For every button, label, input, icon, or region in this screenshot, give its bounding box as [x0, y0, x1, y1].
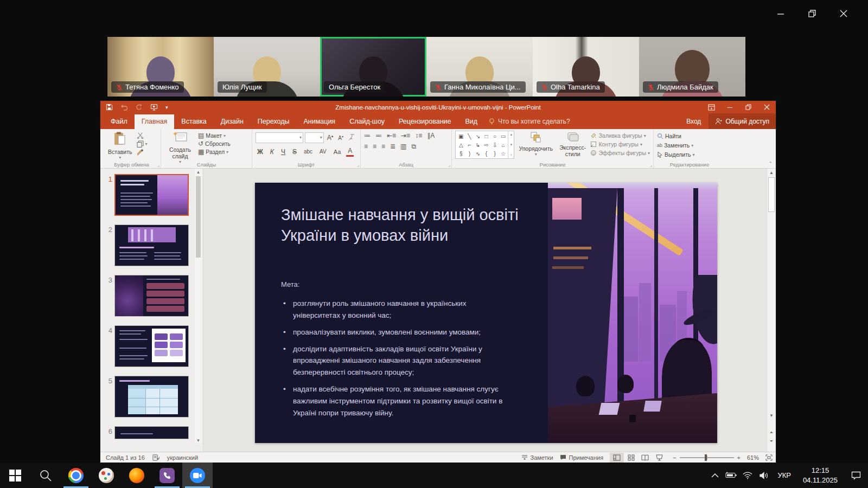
reading-view-button[interactable] — [638, 453, 652, 463]
font-name-select[interactable]: ▾ — [256, 132, 303, 143]
font-size-select[interactable]: ▾ — [305, 132, 324, 143]
thumbnail-slide-4[interactable]: 4 — [103, 325, 192, 367]
italic-button[interactable]: К — [269, 147, 276, 156]
speaker-icon[interactable] — [756, 472, 772, 479]
slide-sorter-view-button[interactable] — [624, 453, 638, 463]
thumbnail-slide-1[interactable]: 1 — [103, 174, 192, 216]
shapes-gallery[interactable]: ▣╲↘□○▭ △⌐↳⇨⇩⌂ §)∿{}☆ ▴▾▿ — [455, 131, 514, 159]
zoom-slider[interactable]: − + — [673, 454, 741, 461]
change-case-button[interactable]: Аа — [332, 148, 343, 156]
shape-fill-button[interactable]: Заливка фигуры▾ — [590, 132, 650, 139]
increase-indent-button[interactable]: ⇥≡ — [401, 132, 410, 139]
participant-tile-active-speaker[interactable]: Ольга Бересток — [320, 37, 426, 97]
start-button[interactable] — [0, 463, 30, 488]
shapes-scrollbar[interactable]: ▴▾▿ — [508, 131, 514, 158]
tab-design[interactable]: Дизайн — [214, 114, 251, 129]
slide-title[interactable]: Змішане навчання у вищій освіті України … — [281, 204, 536, 246]
justify-button[interactable]: ≣ — [390, 143, 395, 150]
tab-review[interactable]: Рецензирование — [392, 114, 458, 129]
smartart-button[interactable]: ⧉ — [411, 143, 416, 150]
cut-button[interactable] — [137, 132, 148, 139]
layout-button[interactable]: ▤Макет▾ — [198, 132, 231, 139]
scroll-down-icon[interactable]: ▼ — [767, 413, 776, 418]
qat-customize-icon[interactable]: ▾ — [165, 105, 168, 110]
taskbar-viber-button[interactable] — [152, 463, 182, 488]
proofing-language[interactable]: украинский — [167, 454, 198, 461]
dialog-launcher-icon[interactable]: ⌟ — [448, 163, 450, 168]
fit-slide-icon[interactable] — [765, 454, 773, 461]
ppt-minimize-icon[interactable] — [720, 101, 739, 113]
numbering-button[interactable]: ≕ — [375, 132, 382, 139]
tab-insert[interactable]: Вставка — [174, 114, 213, 129]
thumbnail-slide-5[interactable]: 5 — [103, 376, 192, 418]
underline-button[interactable]: Ч — [279, 147, 287, 156]
align-left-button[interactable]: ≡ — [364, 143, 368, 150]
zoom-out-icon[interactable]: − — [673, 454, 676, 461]
tab-view[interactable]: Вид — [458, 114, 484, 129]
language-indicator[interactable]: УКР — [772, 471, 796, 479]
taskbar-paint-button[interactable] — [91, 463, 122, 488]
dialog-launcher-icon[interactable]: ⌟ — [157, 163, 159, 168]
start-slideshow-icon[interactable] — [150, 104, 158, 111]
undo-icon[interactable] — [120, 104, 128, 111]
align-center-button[interactable]: ≡ — [373, 143, 376, 150]
redo-icon[interactable] — [136, 104, 143, 111]
tab-animations[interactable]: Анимация — [296, 114, 342, 129]
participant-tile[interactable]: Людмила Байдак — [639, 37, 745, 97]
copy-button[interactable]: ▾ — [137, 140, 148, 147]
format-painter-button[interactable] — [137, 149, 148, 156]
columns-button[interactable]: ▥ — [400, 143, 406, 150]
strikethrough-button[interactable]: S — [291, 147, 298, 156]
thumbnail-slide-3[interactable]: 3 — [103, 275, 192, 317]
dialog-launcher-icon[interactable]: ⌟ — [357, 163, 359, 168]
font-color-button[interactable]: А — [346, 146, 354, 157]
thumbnail-slide-2[interactable]: 2 — [103, 224, 192, 266]
align-right-button[interactable]: ≡ — [381, 143, 385, 150]
zoom-slider-knob[interactable] — [705, 454, 707, 461]
shape-outline-button[interactable]: Контур фигуры▾ — [590, 141, 650, 147]
save-icon[interactable] — [106, 104, 113, 111]
thumbnail-preview[interactable] — [114, 376, 189, 418]
arrange-button[interactable]: Упорядочить ▾ — [516, 131, 554, 160]
replace-button[interactable]: abЗаменить▾ — [657, 142, 722, 149]
sign-in-button[interactable]: Вход — [679, 118, 709, 125]
text-direction-button[interactable]: ∥A — [427, 132, 435, 139]
comments-button[interactable]: Примечания — [560, 454, 604, 461]
paste-button[interactable]: Вставить ▾ — [106, 131, 135, 161]
participant-tile[interactable]: Olha Tamarkina — [533, 37, 639, 97]
scroll-up-icon[interactable]: ▲ — [195, 170, 202, 175]
bullets-button[interactable]: ≔ — [364, 132, 371, 139]
clear-formatting-icon[interactable] — [347, 133, 357, 143]
close-icon[interactable] — [834, 5, 853, 22]
ppt-restore-icon[interactable] — [739, 101, 757, 113]
increase-font-icon[interactable]: А▴ — [326, 133, 335, 142]
share-button[interactable]: Общий доступ — [709, 113, 776, 129]
thumbnail-slide-6[interactable]: 6 — [103, 426, 192, 439]
shape-effects-button[interactable]: Эффекты фигуры▾ — [590, 150, 650, 156]
battery-icon[interactable] — [723, 472, 739, 479]
slide-1[interactable]: Змішане навчання у вищій освіті України … — [255, 183, 717, 443]
dialog-launcher-icon[interactable]: ⌟ — [650, 163, 652, 168]
notes-button[interactable]: Заметки — [521, 454, 553, 461]
notification-center-icon[interactable] — [844, 471, 868, 480]
character-spacing-button[interactable]: AV — [318, 148, 328, 155]
find-button[interactable]: Найти — [657, 133, 722, 139]
collapse-ribbon-icon[interactable]: ⌃ — [768, 161, 773, 166]
participant-tile[interactable]: Ганна Миколаївна Ци... — [426, 37, 533, 97]
tab-transitions[interactable]: Переходы — [251, 114, 297, 129]
wifi-icon[interactable] — [739, 472, 756, 479]
restore-icon[interactable] — [803, 5, 821, 22]
bold-button[interactable]: Ж — [256, 147, 265, 156]
spellcheck-icon[interactable] — [152, 454, 159, 461]
taskbar-chrome-button[interactable] — [61, 463, 91, 488]
participant-tile[interactable]: Юлія Лущик — [214, 37, 320, 97]
zoom-level[interactable]: 61% — [747, 454, 759, 461]
thumbnail-scrollbar[interactable]: ▲ ▼ — [195, 169, 202, 443]
slideshow-view-button[interactable] — [652, 453, 666, 463]
slide-editing-canvas[interactable]: Змішане навчання у вищій освіті України … — [203, 169, 776, 452]
participant-tile[interactable]: Тетяна Фоменко — [107, 37, 214, 97]
thumbnail-preview[interactable] — [114, 174, 189, 216]
tell-me-box[interactable]: Что вы хотите сделать? — [489, 118, 570, 129]
taskbar-firefox-button[interactable] — [122, 463, 152, 488]
thumbnail-preview[interactable] — [114, 426, 189, 439]
